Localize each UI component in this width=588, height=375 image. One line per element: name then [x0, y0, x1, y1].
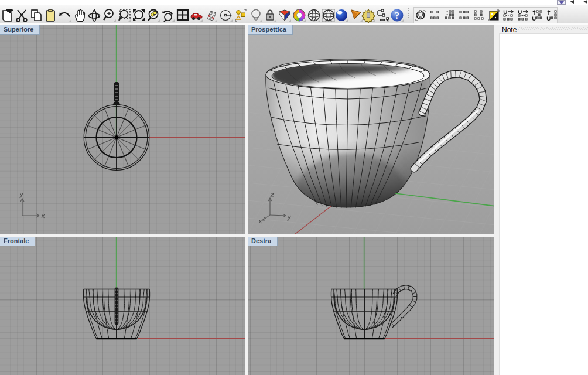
svg-text:?: ? [395, 11, 399, 21]
